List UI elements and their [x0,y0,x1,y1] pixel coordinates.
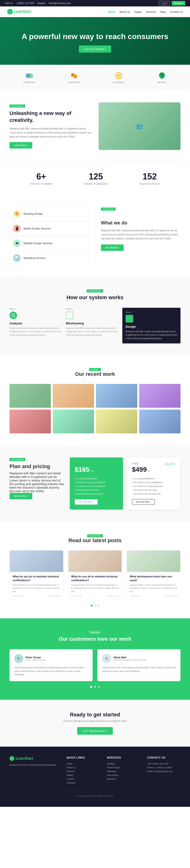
nav-link-services[interactable]: Services [146,10,156,13]
blog-card-1[interactable]: What do you do to maintain technical cer… [9,550,64,600]
portfolio-item-7[interactable] [96,410,137,433]
service-item-marketing[interactable]: 📊 Marketing Services [9,251,89,265]
portfolio-item-3[interactable] [96,384,137,408]
register-button[interactable]: Register [172,1,185,5]
footer-svc-business[interactable]: Business [107,777,140,781]
feature-y-1: It is a long established [132,477,176,480]
testimonials-nav [9,686,181,688]
feature-m-2: The Mark is a long established [75,480,118,484]
portfolio-tag-wrap: Portfolio [9,367,181,371]
blog-img-3 [127,551,180,572]
blog-dot-2[interactable] [94,604,96,607]
testimonials-section: Reviews Our customers love our work P Pe… [0,618,190,700]
cta-button[interactable]: Let's Talk Business > [77,727,113,735]
services-list: 🎨 Branding Design 📱 Mobile Design Servic… [9,207,89,265]
nav-link-about[interactable]: About Us [119,10,130,13]
nav-link-contact[interactable]: Contact Us [170,10,183,13]
plan-yearly-price: $499 [132,466,147,473]
call-label: Call Us: [5,2,13,4]
blog-grid: What do you do to maintain technical cer… [9,550,181,600]
hero-cta-button[interactable]: Let's Get Started > [79,45,111,53]
blog-meta-2: 5 Hours ago By John Smith [71,595,119,597]
call-number[interactable]: +1(800) 123 4567 [16,2,34,4]
portfolio-item-6[interactable] [53,410,94,433]
logo-item-3: COMPANY [113,71,125,84]
step-3-title: Design [126,325,177,329]
portfolio-item-5[interactable] [9,410,51,433]
login-button[interactable]: Log In [159,1,170,5]
blog-card-3[interactable]: What development tools have you used? Re… [126,550,181,600]
step-1-icon [9,312,17,319]
blog-dot-1[interactable] [91,604,92,607]
footer-link-checkout[interactable]: Checkout [67,781,100,785]
stats-section: 6+ Years On The Market 125 Number Of Emp… [0,162,190,195]
service-item-branding[interactable]: 🎨 Branding Design [9,207,89,221]
about-cta-button[interactable]: Learn More > [9,142,32,149]
footer-link-about[interactable]: About Us [67,766,100,770]
footer-svc-marketing[interactable]: Marketing [107,770,140,773]
blog-card-2[interactable]: What do you do to maintain technical cer… [68,550,122,600]
footer-svc-visual[interactable]: Visual Design [107,766,140,770]
plan-monthly-price: $165 [75,466,89,473]
footer-services-list: Strategy Visual Design Marketing Web Des… [107,762,140,781]
service-item-mobile[interactable]: 📱 Mobile Design Services [9,222,89,236]
service-icon-branding: 🎨 [13,210,21,218]
portfolio-item-8[interactable] [139,410,181,433]
footer-quick-title: Quick Links [67,756,100,759]
support-email[interactable]: hello@company.com [49,2,71,4]
feature-m-1: It is a long established [75,477,118,480]
blog-time-3: 5 Hours ago [130,595,140,597]
feature-m-5: The best of the incoming title [75,492,118,496]
stat-projects: 152 Successful Projects [140,172,160,185]
testi-dot-2[interactable] [94,686,96,688]
join-monthly-button[interactable]: Join This Plan > [75,499,98,505]
services-body: Replaced with filler content and detail … [101,228,181,241]
about-image-placeholder: 👥 [99,102,181,150]
nav-link-home[interactable]: Home [108,10,115,13]
nav-link-pages[interactable]: Pages [135,10,142,13]
blog-tag: News & Post [87,534,103,537]
blog-img-2 [68,551,122,572]
about-title: Unleashing a new way of creativity. [9,110,91,124]
blog-author-2: By John Smith [107,595,119,597]
testimonial-avatar-1: P [14,654,23,663]
blog-body-2: What do you do to maintain technical cer… [68,572,122,600]
portfolio-item-1[interactable] [9,384,51,408]
footer-svc-strategy[interactable]: Strategy [107,762,140,766]
svg-rect-3 [74,75,77,78]
footer-quick-list: Home About Us Services Gallery Contact C… [67,762,100,785]
step-3: Step 3 Design Replaced with filler conte… [122,308,181,343]
stat-employees-number: 125 [84,172,108,182]
top-bar-auth: Log In Register [159,1,185,5]
footer-link-contact[interactable]: Contact [67,777,100,781]
service-label-marketing: Marketing Services [24,256,46,259]
testi-dot-1[interactable] [90,686,92,688]
pricing-cta-button[interactable]: Get Started > [9,493,32,499]
about-body: Replaced with filler content and detail … [9,127,91,139]
blog-img-1 [10,551,63,572]
footer-services-title: Services [107,756,140,759]
step-2-body: Replaced with filler content and detail … [66,327,117,337]
services-cta-button[interactable]: Get Started > [101,244,124,251]
logo-icon [7,9,13,14]
service-item-website[interactable]: 💻 Website Design Services [9,236,89,250]
footer-svc-web[interactable]: Web Design [107,773,140,777]
hero-section: A powerful new way to reach consumers Le… [0,17,190,65]
footer-link-services[interactable]: Services [67,770,100,773]
portfolio-item-4[interactable] [139,384,181,408]
plan-yearly-suffix: /yr [147,470,150,472]
footer-contact-details: ABC Street, New York Phone: +1 (800) 123… [147,762,181,774]
blog-dot-3[interactable] [98,604,99,607]
nav-link-blog[interactable]: Blog [160,10,166,13]
blog-meta-3: 5 Hours ago By John Smith [130,595,178,597]
services-section: 🎨 Branding Design 📱 Mobile Design Servic… [0,195,190,277]
get-yearly-button[interactable]: Get This Plan > [132,499,155,505]
footer-link-home[interactable]: Home [67,762,100,766]
portfolio-item-2[interactable] [53,384,94,408]
feature-y-3: It a Code It is a strong delicious [132,484,176,488]
footer-email: Email: info@company.com [147,770,181,773]
testi-dot-3[interactable] [98,686,100,688]
footer-bottom: © 2024 LeanStart. All Rights Reserved. [9,792,181,797]
footer-link-gallery[interactable]: Gallery [67,773,100,777]
testi-text-1: Simply dummy text of the printing and ty… [14,666,88,676]
